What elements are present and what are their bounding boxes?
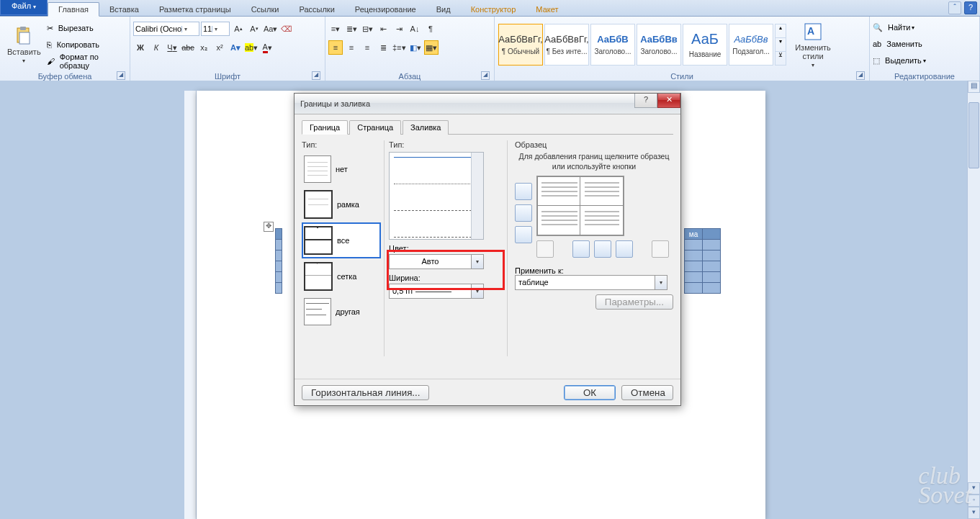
border-diag2-button[interactable]: [652, 240, 669, 258]
dialog-close-button[interactable]: ✕: [657, 94, 680, 108]
tab-references[interactable]: Ссылки: [241, 3, 289, 16]
highlight-button[interactable]: ab▾: [244, 40, 259, 55]
vertical-scrollbar[interactable]: ▴ ▾ ◦ ▾: [967, 81, 980, 519]
style-heading1[interactable]: АаБбВЗаголово...: [590, 24, 635, 66]
paragraph-launcher[interactable]: ◢: [481, 71, 490, 80]
grow-font-button[interactable]: A▴: [231, 22, 246, 36]
border-top-button[interactable]: [515, 183, 532, 200]
dialog-tab-fill[interactable]: Заливка: [403, 120, 449, 135]
strike-button[interactable]: abc: [181, 40, 195, 55]
align-right-button[interactable]: ≡: [360, 40, 374, 55]
bullets-button[interactable]: ≡▾: [328, 22, 343, 36]
replace-button[interactable]: ab Заменить: [873, 36, 922, 52]
border-left-button[interactable]: [572, 240, 590, 258]
setting-grid[interactable]: сетка: [302, 258, 381, 294]
tab-pagelayout[interactable]: Разметка страницы: [149, 3, 241, 16]
align-left-button[interactable]: ≡: [328, 40, 343, 55]
text-effects-button[interactable]: A▾: [228, 40, 243, 55]
change-styles-button[interactable]: A Изменить стили▾: [788, 20, 837, 70]
dialog-titlebar[interactable]: Границы и заливка ? ✕: [295, 94, 680, 114]
setting-box[interactable]: рамка: [302, 186, 381, 222]
style-list-scrollbar[interactable]: [471, 153, 483, 239]
line-style-dotted[interactable]: [394, 184, 479, 200]
width-dropdown[interactable]: 0,5 пт ▾: [389, 284, 484, 299]
border-bottom-button[interactable]: [515, 226, 532, 243]
line-style-list[interactable]: [389, 152, 484, 240]
next-page-icon[interactable]: ▾: [968, 507, 980, 519]
border-diag1-button[interactable]: [536, 240, 554, 258]
borders-button[interactable]: ▦▾: [424, 40, 439, 55]
subscript-button[interactable]: x₂: [197, 40, 211, 55]
numbering-button[interactable]: ≣▾: [344, 22, 359, 36]
select-button[interactable]: ⬚ Выделить ▾: [873, 53, 926, 68]
ruler-toggle-icon[interactable]: ▤: [968, 81, 980, 93]
font-color-button[interactable]: A▾: [260, 40, 274, 55]
sort-button[interactable]: A↓: [408, 22, 422, 36]
table-move-handle-icon[interactable]: ✥: [264, 222, 274, 232]
font-launcher[interactable]: ◢: [312, 71, 320, 80]
line-style-dash2[interactable]: [394, 237, 479, 240]
tab-table-design[interactable]: Конструктор: [461, 3, 526, 16]
underline-button[interactable]: Ч▾: [165, 40, 179, 55]
line-spacing-button[interactable]: ‡≡▾: [392, 40, 407, 55]
dialog-tab-page[interactable]: Страница: [349, 120, 401, 135]
font-family-combo[interactable]: Calibri (Осно▾: [133, 22, 199, 36]
style-subtitle[interactable]: АаБбВвПодзагол...: [729, 24, 773, 66]
change-case-button[interactable]: Aa▾: [263, 22, 278, 36]
style-title[interactable]: АаБНазвание: [683, 24, 727, 66]
gallery-down-icon[interactable]: ▾: [776, 38, 786, 52]
line-style-dashed[interactable]: [394, 210, 479, 227]
multilevel-button[interactable]: ⊟▾: [360, 22, 374, 36]
shading-button[interactable]: ◧▾: [408, 40, 423, 55]
gallery-more-icon[interactable]: ⊻: [776, 52, 786, 65]
find-button[interactable]: 🔍 Найти ▾: [873, 19, 914, 35]
dialog-tab-border[interactable]: Граница: [302, 120, 348, 135]
ok-button[interactable]: ОК: [564, 385, 616, 400]
style-normal[interactable]: АаБбВвГг,¶ Обычный: [498, 24, 543, 66]
color-dropdown[interactable]: Авто▾: [389, 254, 484, 269]
help-icon[interactable]: ?: [964, 1, 977, 14]
document-table-right[interactable]: ма: [684, 228, 721, 294]
styles-launcher[interactable]: ◢: [856, 71, 865, 80]
scrollbar-thumb[interactable]: [968, 102, 979, 168]
border-right-button[interactable]: [616, 240, 633, 258]
font-size-combo[interactable]: 11▾: [201, 22, 230, 36]
setting-none[interactable]: нет: [302, 152, 381, 186]
tab-home[interactable]: Главная: [48, 2, 99, 17]
setting-all[interactable]: все: [302, 222, 381, 258]
cut-button[interactable]: ✂ Вырезать: [47, 20, 127, 36]
tab-view[interactable]: Вид: [426, 3, 461, 16]
clear-format-button[interactable]: ⌫: [279, 22, 294, 36]
prev-page-icon[interactable]: ◦: [968, 495, 980, 507]
paste-button[interactable]: Вставить▾: [3, 24, 45, 66]
border-hmiddle-button[interactable]: [515, 204, 532, 222]
bold-button[interactable]: Ж: [133, 40, 148, 55]
show-marks-button[interactable]: ¶: [423, 22, 438, 36]
tab-mailings[interactable]: Рассылки: [289, 3, 344, 16]
minimize-ribbon-icon[interactable]: ˆ: [948, 1, 961, 14]
clipboard-launcher[interactable]: ◢: [117, 71, 125, 80]
gallery-up-icon[interactable]: ▴: [776, 24, 786, 38]
italic-button[interactable]: К: [149, 40, 163, 55]
preview-box[interactable]: [536, 176, 624, 236]
horizontal-line-button[interactable]: Горизонтальная линия...: [302, 385, 429, 400]
tab-insert[interactable]: Вставка: [99, 3, 149, 16]
outdent-button[interactable]: ⇤: [376, 22, 390, 36]
indent-button[interactable]: ⇥: [392, 22, 406, 36]
tab-table-layout[interactable]: Макет: [526, 3, 568, 16]
shrink-font-button[interactable]: A▾: [247, 22, 261, 36]
style-gallery[interactable]: АаБбВвГг,¶ Обычный АаБбВвГг,¶ Без инте..…: [498, 23, 787, 66]
tab-file[interactable]: Файл ▾: [0, 0, 48, 16]
scroll-down-icon[interactable]: ▾: [968, 482, 980, 495]
copy-button[interactable]: ⎘ Копировать: [47, 37, 127, 53]
applyto-dropdown[interactable]: таблице▾: [515, 275, 667, 290]
superscript-button[interactable]: x²: [212, 40, 227, 55]
align-center-button[interactable]: ≡: [344, 40, 359, 55]
tab-review[interactable]: Рецензирование: [345, 3, 426, 16]
setting-custom[interactable]: другая: [302, 294, 381, 329]
cancel-button[interactable]: Отмена: [621, 385, 673, 400]
line-style-solid[interactable]: [394, 157, 479, 173]
format-painter-button[interactable]: 🖌 Формат по образцу: [47, 53, 127, 69]
dialog-help-button[interactable]: ?: [634, 94, 657, 108]
style-nospacing[interactable]: АаБбВвГг,¶ Без инте...: [544, 24, 589, 66]
